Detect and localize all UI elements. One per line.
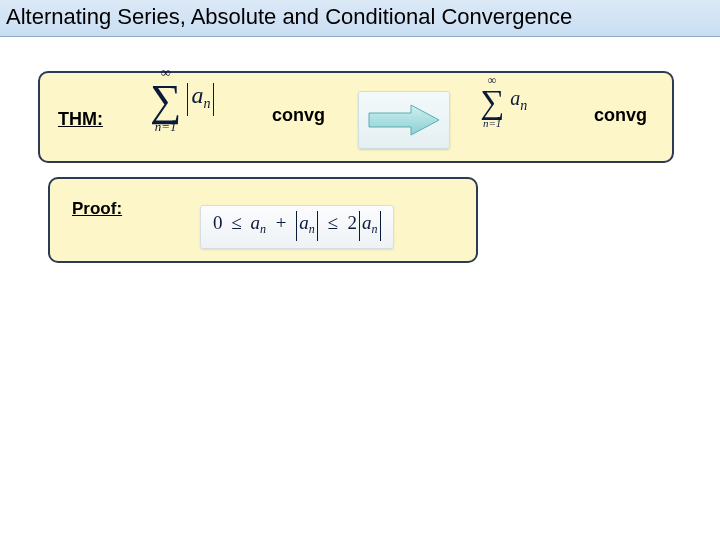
- proof-box: Proof: 0 ≤ an + an ≤ 2an: [48, 177, 478, 263]
- le-1: ≤: [231, 212, 241, 233]
- sum1-sub: n: [203, 96, 210, 111]
- arrow-right-icon: [367, 103, 441, 137]
- abs-bars-3: an: [359, 211, 381, 241]
- convg-label-2: convg: [594, 105, 647, 126]
- sigma-icon: ∑: [150, 79, 181, 123]
- convg-label-1: convg: [272, 105, 325, 126]
- theorem-box: THM: ∞ ∑ n=1 an convg: [38, 71, 674, 163]
- le-2: ≤: [327, 212, 337, 233]
- sum2-lower: n=1: [483, 117, 501, 129]
- abs-bars-1: an: [187, 83, 214, 116]
- an3-sub: n: [372, 222, 378, 236]
- abs-bars-2: an: [296, 211, 318, 241]
- plus: +: [276, 212, 287, 233]
- sigma-block-2: ∞ ∑ n=1: [480, 85, 504, 119]
- sigma-icon-2: ∑: [480, 85, 504, 119]
- sum2-term: an: [510, 87, 527, 109]
- sum2-var: a: [510, 87, 520, 109]
- page-title: Alternating Series, Absolute and Conditi…: [6, 4, 714, 30]
- sum2-sub: n: [520, 98, 527, 113]
- proof-inequality: 0 ≤ an + an ≤ 2an: [200, 205, 394, 249]
- sum1-term: an: [187, 82, 214, 108]
- zero: 0: [213, 212, 223, 233]
- implies-arrow: [358, 91, 450, 149]
- thm-label: THM:: [58, 109, 103, 130]
- sum2-upper: ∞: [488, 73, 497, 88]
- sigma-block-1: ∞ ∑ n=1: [150, 79, 181, 123]
- title-bar: Alternating Series, Absolute and Conditi…: [0, 0, 720, 37]
- an2-var: a: [299, 212, 309, 233]
- slide-body: THM: ∞ ∑ n=1 an convg: [0, 37, 720, 540]
- an-sub: n: [260, 222, 266, 236]
- sum1-upper: ∞: [161, 65, 171, 81]
- sum-abs-an: ∞ ∑ n=1 an: [150, 79, 250, 157]
- proof-label: Proof:: [72, 199, 122, 219]
- an2-sub: n: [309, 222, 315, 236]
- sum-an: ∞ ∑ n=1 an: [480, 85, 570, 151]
- sum1-var: a: [191, 82, 203, 108]
- an3-var: a: [362, 212, 372, 233]
- an-var: a: [250, 212, 260, 233]
- sum1-lower: n=1: [155, 119, 177, 135]
- svg-marker-0: [369, 105, 439, 135]
- two: 2: [348, 212, 358, 233]
